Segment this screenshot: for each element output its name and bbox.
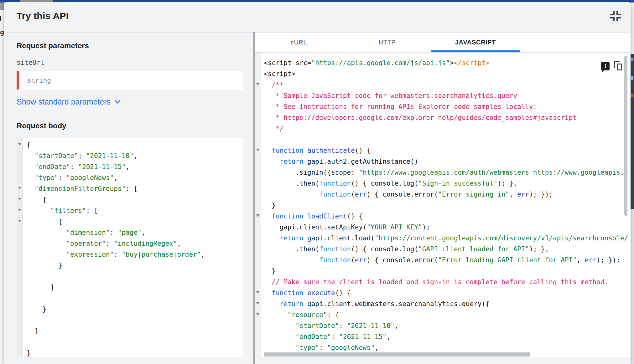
code-line — [27, 315, 205, 326]
code-line: .then(function() { console.log("GAPI cli… — [264, 244, 628, 255]
required-field-indicator — [17, 71, 19, 90]
site-url-field-container — [17, 71, 243, 90]
code-line: { — [27, 216, 205, 227]
fullscreen-exit-corner — [616, 17, 621, 21]
fullscreen-exit-corner — [610, 11, 615, 15]
tab-curl[interactable]: cURL — [255, 33, 343, 52]
request-body-heading: Request body — [17, 121, 66, 130]
background-artifact — [0, 16, 1, 21]
code-sample-editor[interactable]: <script src="https://apis.google.com/js/… — [255, 53, 631, 357]
code-line: "startDate": "2021-11-10", — [27, 151, 205, 161]
code-line: } — [27, 348, 205, 357]
code-line: return gapi.auth2.getAuthInstance() — [264, 156, 628, 167]
tab-javascript[interactable]: JAVASCRIPT — [431, 33, 520, 52]
code-line: "resource": { — [264, 310, 628, 320]
background-artifact — [631, 94, 633, 97]
code-line: function execute() { — [264, 288, 628, 299]
show-standard-parameters-link[interactable]: Show standard parameters — [17, 97, 119, 106]
code-line: return gapi.client.load("https://content… — [264, 233, 628, 244]
fullscreen-exit-corner — [616, 11, 621, 15]
background-artifact — [0, 3, 4, 10]
code-line: .signIn({scope: "https://www.googleapis.… — [264, 167, 628, 178]
tab-label: HTTP — [379, 39, 396, 46]
request-body-editor[interactable]: { "startDate": "2021-11-10", "endDate": … — [17, 138, 243, 357]
code-line: return gapi.client.webmasters.searchanal… — [264, 299, 628, 310]
tab-http[interactable]: HTTP — [343, 33, 431, 52]
background-code-fragment — [631, 54, 634, 209]
code-line: "type": "googleNews", — [264, 342, 628, 353]
code-line: "filters": [ — [27, 205, 205, 216]
code-sample-code: <script src="https://apis.google.com/js/… — [264, 58, 628, 353]
code-line: "endDate": "2021-11-15", — [27, 161, 205, 172]
fold-triangle-icon[interactable] — [256, 291, 260, 294]
code-line: ] — [27, 282, 205, 293]
report-issue-icon[interactable]: ! — [601, 62, 610, 70]
show-standard-parameters-label: Show standard parameters — [17, 97, 111, 106]
fold-triangle-icon[interactable] — [256, 214, 260, 217]
code-line: /** — [264, 79, 628, 90]
fold-triangle-icon[interactable] — [18, 187, 22, 189]
code-line: } — [27, 260, 205, 271]
chevron-down-icon — [115, 98, 120, 104]
request-body-code: { "startDate": "2021-11-10", "endDate": … — [27, 140, 205, 357]
editor-gutter — [255, 53, 261, 357]
code-line: } — [264, 200, 628, 211]
code-line: } — [27, 304, 205, 315]
code-line: "dimension": "page", — [27, 227, 205, 238]
copy-icon[interactable] — [614, 61, 624, 71]
code-line — [27, 271, 205, 282]
code-line: "type": "googleNews", — [27, 172, 205, 183]
code-line: function(err) { console.error("Error loa… — [264, 255, 628, 266]
background-artifact — [631, 76, 633, 80]
code-line — [264, 134, 628, 145]
code-line: "operator": "includingRegex", — [27, 238, 205, 249]
code-line: "endDate": "2021-11-15", — [264, 331, 628, 342]
fold-triangle-icon[interactable] — [256, 302, 260, 305]
code-line: * https://developers.google.com/explorer… — [264, 112, 628, 123]
code-line: // Make sure the client is loaded and si… — [264, 277, 628, 288]
code-line: * Sample JavaScript code for webmasters.… — [264, 90, 628, 101]
background-page-right-edge — [631, 3, 634, 364]
code-line: } — [264, 266, 628, 277]
fold-triangle-icon[interactable] — [18, 143, 22, 146]
code-line: .then(function() { console.log("Sign-in … — [264, 178, 628, 189]
fold-triangle-icon[interactable] — [256, 83, 260, 85]
fullscreen-exit-icon[interactable] — [610, 11, 624, 24]
code-line: ] — [27, 326, 205, 337]
background-artifact — [631, 58, 633, 61]
code-line: <script src="https://apis.google.com/js/… — [264, 58, 628, 69]
try-this-api-dialog: Try this API Request parameters siteUrl … — [4, 2, 631, 364]
site-url-label: siteUrl — [17, 59, 44, 66]
request-parameters-heading: Request parameters — [17, 41, 89, 50]
code-line: gapi.client.setApiKey("YOUR_API_KEY"); — [264, 222, 628, 233]
background-text-fragment: g — [0, 28, 4, 36]
site-url-input[interactable] — [19, 71, 243, 90]
tab-label: cURL — [291, 39, 307, 46]
fold-triangle-icon[interactable] — [256, 149, 260, 151]
code-line: function loadClient() { — [264, 211, 628, 222]
fold-triangle-icon[interactable] — [18, 198, 22, 200]
code-line: "expression": "buy|purchase|order", — [27, 249, 205, 260]
fold-triangle-icon[interactable] — [256, 313, 260, 315]
fold-triangle-icon[interactable] — [18, 220, 22, 222]
code-line: * See instructions for running APIs Expl… — [264, 101, 628, 112]
code-line: function authenticate() { — [264, 145, 628, 156]
background-artifact — [631, 209, 634, 364]
copy-icon-front-sheet — [617, 64, 622, 70]
code-line: */ — [264, 123, 628, 134]
code-line: "dimensionFilterGroups": [ — [27, 183, 205, 194]
code-line: { — [27, 140, 205, 151]
code-line: "startDate": "2021-11-10", — [264, 320, 628, 331]
vertical-scrollbar-thumb[interactable] — [624, 56, 627, 216]
code-line: { — [27, 194, 205, 205]
editor-gutter — [17, 138, 23, 357]
horizontal-scrollbar-thumb[interactable] — [264, 352, 530, 356]
background-page-left-edge: g — [0, 3, 4, 364]
tab-label: JAVASCRIPT — [455, 39, 496, 46]
dialog-title: Try this API — [17, 11, 69, 21]
code-line — [27, 337, 205, 348]
code-sample-tabs: cURL HTTP JAVASCRIPT — [255, 33, 631, 52]
fold-triangle-icon[interactable] — [18, 209, 22, 211]
code-line: function(err) { console.error("Error sig… — [264, 189, 628, 200]
fullscreen-exit-corner — [610, 17, 615, 21]
